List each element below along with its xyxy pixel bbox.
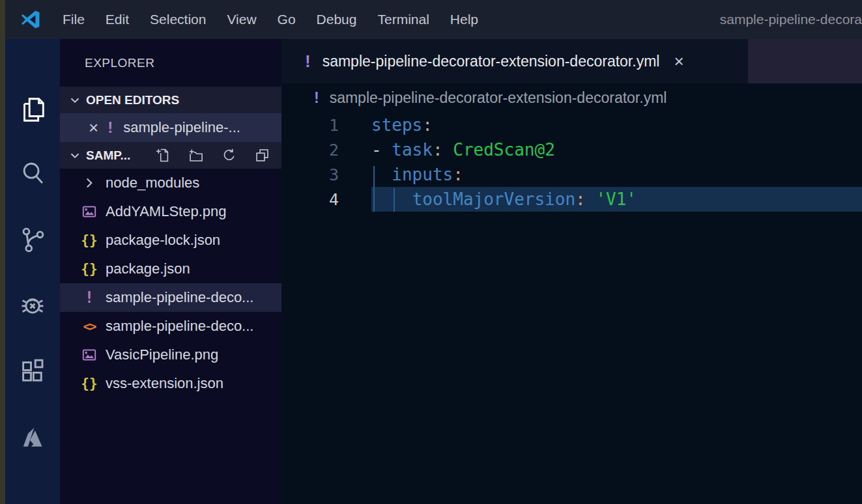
file-tree: node_modulesAddYAMLStep.png{}package-loc… bbox=[60, 169, 281, 504]
file-name: package.json bbox=[106, 260, 190, 277]
editor-group: ! sample-pipeline-decorator-extension-de… bbox=[281, 39, 862, 504]
menu-edit[interactable]: Edit bbox=[95, 0, 139, 39]
file-row[interactable]: !sample-pipeline-deco... bbox=[60, 283, 281, 312]
code-line[interactable]: 4 toolMajorVersion: 'V1' bbox=[281, 187, 862, 212]
yaml-warning-icon: ! bbox=[108, 119, 113, 137]
gutter: 2 bbox=[281, 141, 371, 160]
open-editor-name: sample-pipeline-... bbox=[123, 119, 240, 136]
folder-section-header[interactable]: SAMP... bbox=[60, 142, 281, 169]
code-line[interactable]: 2- task: CredScan@2 bbox=[281, 137, 862, 162]
activity-bar bbox=[0, 39, 60, 504]
new-folder-icon[interactable] bbox=[187, 147, 205, 164]
close-icon[interactable]: × bbox=[674, 51, 683, 72]
yaml-warning-icon: ! bbox=[305, 51, 311, 72]
file-row[interactable]: VasicPipeline.png bbox=[60, 341, 281, 369]
indent-guide bbox=[394, 188, 395, 212]
json-icon: {} bbox=[79, 374, 99, 393]
menu-file[interactable]: File bbox=[52, 0, 95, 39]
open-editor-item[interactable]: × ! sample-pipeline-... bbox=[60, 113, 281, 142]
menu-debug[interactable]: Debug bbox=[306, 0, 367, 39]
window-title: sample-pipeline-decora bbox=[720, 12, 862, 27]
token-key: steps bbox=[371, 115, 422, 135]
line-content: - task: CredScan@2 bbox=[371, 137, 862, 162]
token-plain bbox=[371, 189, 412, 209]
token-key: inputs bbox=[392, 165, 453, 184]
tab-bar: ! sample-pipeline-decorator-extension-de… bbox=[281, 39, 862, 83]
file-name: sample-pipeline-deco... bbox=[106, 289, 253, 306]
breadcrumb[interactable]: ! sample-pipeline-decorator-extension-de… bbox=[281, 83, 862, 113]
json-icon: {} bbox=[79, 231, 99, 250]
search-icon[interactable] bbox=[5, 150, 60, 197]
yaml-icon: ! bbox=[79, 288, 99, 307]
code-line[interactable]: 1steps: bbox=[281, 113, 862, 137]
image-icon bbox=[79, 202, 99, 221]
extensions-icon[interactable] bbox=[5, 348, 60, 395]
folder-section-label: SAMP... bbox=[86, 148, 130, 163]
image-icon bbox=[79, 345, 99, 365]
folder-section-actions bbox=[139, 147, 281, 164]
title-bar: FileEditSelectionViewGoDebugTerminalHelp… bbox=[0, 0, 862, 39]
menu-terminal[interactable]: Terminal bbox=[367, 0, 439, 39]
menu-selection[interactable]: Selection bbox=[139, 0, 216, 39]
token-colon: : bbox=[575, 189, 586, 209]
menu-view[interactable]: View bbox=[216, 0, 266, 39]
debug-icon[interactable] bbox=[5, 281, 60, 328]
html-icon: <> bbox=[79, 316, 99, 336]
file-row[interactable]: {}package.json bbox=[60, 255, 281, 283]
azure-icon[interactable] bbox=[5, 414, 60, 461]
yaml-warning-icon: ! bbox=[314, 89, 319, 107]
vscode-logo-icon bbox=[20, 8, 42, 31]
explorer-sidebar: EXPLORER OPEN EDITORS × ! sample-pipelin… bbox=[60, 39, 281, 504]
code-line[interactable]: 3 inputs: bbox=[281, 162, 862, 187]
refresh-icon[interactable] bbox=[220, 147, 238, 164]
file-row[interactable]: {}package-lock.json bbox=[60, 226, 281, 255]
chevron-down-icon bbox=[68, 148, 82, 163]
new-file-icon[interactable] bbox=[154, 147, 171, 164]
menu-bar: FileEditSelectionViewGoDebugTerminalHelp bbox=[52, 0, 489, 39]
menu-help[interactable]: Help bbox=[440, 0, 489, 39]
file-row[interactable]: node_modules bbox=[60, 169, 281, 197]
file-name: AddYAMLStep.png bbox=[106, 203, 227, 220]
file-name: node_modules bbox=[106, 175, 199, 191]
open-editors-label: OPEN EDITORS bbox=[86, 93, 179, 107]
line-content: inputs: bbox=[371, 162, 862, 187]
token-colon: : bbox=[453, 165, 463, 184]
menu-go[interactable]: Go bbox=[267, 0, 306, 39]
json-icon: {} bbox=[79, 259, 99, 279]
explorer-icon[interactable] bbox=[5, 86, 60, 133]
sidebar-title: EXPLORER bbox=[60, 39, 281, 87]
file-row[interactable]: <>sample-pipeline-deco... bbox=[60, 312, 281, 341]
file-name: vss-extension.json bbox=[106, 375, 223, 392]
line-number: 3 bbox=[281, 165, 339, 184]
line-content: toolMajorVersion: 'V1' bbox=[371, 187, 862, 212]
collapse-all-icon[interactable] bbox=[253, 147, 271, 164]
desktop-edge-strip bbox=[0, 0, 5, 504]
close-icon[interactable]: × bbox=[89, 118, 98, 138]
file-row[interactable]: AddYAMLStep.png bbox=[60, 197, 281, 226]
token-plain: - bbox=[371, 140, 392, 160]
token-key: toolMajorVersion bbox=[412, 189, 575, 209]
line-content: steps: bbox=[371, 113, 862, 137]
token-key: task bbox=[392, 140, 433, 160]
token-colon: : bbox=[422, 115, 433, 135]
code-editor[interactable]: 1steps:2- task: CredScan@23 inputs:4 too… bbox=[281, 113, 862, 504]
gutter: 4 bbox=[281, 190, 371, 209]
source-control-icon[interactable] bbox=[5, 216, 60, 263]
indent-guide bbox=[373, 166, 375, 212]
token-value: 'V1' bbox=[596, 189, 637, 209]
file-name: VasicPipeline.png bbox=[106, 346, 218, 363]
line-number: 1 bbox=[281, 116, 339, 135]
tab-title: sample-pipeline-decorator-extension-deco… bbox=[323, 53, 660, 70]
chevron-right-icon bbox=[79, 173, 99, 193]
tab-yml-file[interactable]: ! sample-pipeline-decorator-extension-de… bbox=[281, 39, 748, 83]
line-number: 4 bbox=[281, 190, 339, 209]
token-value: CredScan@2 bbox=[453, 140, 555, 160]
gutter: 3 bbox=[281, 165, 371, 184]
file-name: package-lock.json bbox=[106, 232, 220, 249]
file-name: sample-pipeline-deco... bbox=[106, 318, 253, 335]
file-row[interactable]: {}vss-extension.json bbox=[60, 369, 281, 398]
token-plain bbox=[443, 140, 453, 160]
code-lines: 1steps:2- task: CredScan@23 inputs:4 too… bbox=[281, 113, 862, 212]
vscode-window: FileEditSelectionViewGoDebugTerminalHelp… bbox=[0, 0, 862, 504]
open-editors-header[interactable]: OPEN EDITORS bbox=[60, 87, 281, 113]
